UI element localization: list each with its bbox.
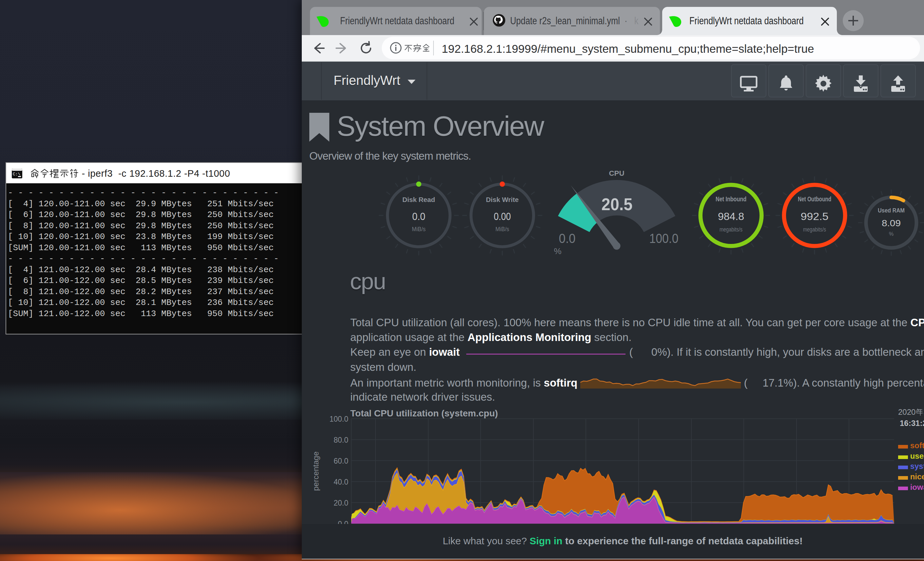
- svg-text:60.0: 60.0: [333, 457, 348, 465]
- svg-text:80.0: 80.0: [333, 436, 348, 444]
- svg-text:C:\: C:\: [13, 172, 21, 177]
- svg-text:40.0: 40.0: [333, 478, 348, 486]
- svg-text:percentage: percentage: [311, 451, 320, 491]
- svg-text:100.0: 100.0: [329, 415, 348, 423]
- svg-text:20.0: 20.0: [333, 499, 348, 507]
